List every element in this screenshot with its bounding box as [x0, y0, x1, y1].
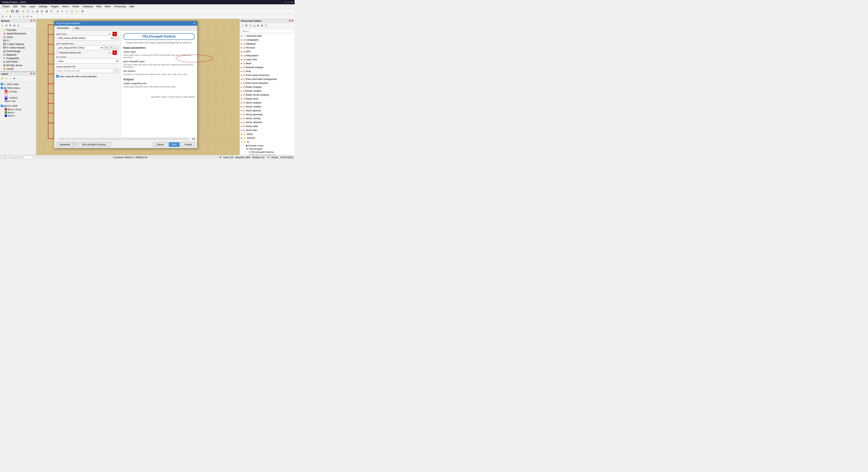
layers-remove-btn[interactable]: − [9, 77, 12, 80]
maximize-btn[interactable]: □ [288, 1, 290, 3]
tb-section-rastercreation[interactable]: ▶QRaster creation [240, 89, 294, 93]
tb-section-rasteranalysis[interactable]: ▶QRaster analysis [240, 85, 294, 89]
tb2-edit[interactable]: ✎ [1, 15, 4, 18]
tb2-split[interactable]: ✂ [30, 15, 33, 18]
browser-item-oracle[interactable]: 🔶Oracle [0, 67, 36, 71]
tb-section-grass[interactable]: ▶📁GRASS [240, 136, 294, 140]
layers-pin-icon[interactable]: 📌 [30, 72, 33, 75]
tb-identify[interactable]: ℹ [55, 9, 60, 13]
raster-layer-select[interactable]: RGB_Indices [EPSG:32616] [56, 36, 114, 40]
tb-collapse-all[interactable]: ⊟ [260, 24, 264, 27]
menu-database[interactable]: Database [81, 5, 94, 8]
tb2-move[interactable]: ↔ [12, 15, 16, 18]
browser-item-bookmarks[interactable]: 🔖Spatial Bookmarks [0, 32, 36, 35]
tb-zoom-full[interactable]: ⊞ [35, 9, 39, 13]
tb-pan[interactable]: ✋ [21, 9, 25, 13]
tb-section-vectortiles[interactable]: ▶QVector tiles [240, 128, 294, 132]
menu-processing[interactable]: Processing [113, 5, 127, 8]
layers-close-icon[interactable]: ✕ [33, 72, 35, 75]
tb-r-example-scripts[interactable]: ▶ Example scripts [240, 144, 294, 147]
locate-input[interactable] [2, 156, 33, 159]
browser-item-favorites[interactable]: ⭐Favorites [0, 28, 36, 32]
browser-item-geopackage[interactable]: 📦GeoPackage [0, 50, 36, 53]
tb-save-as[interactable]: 💾 [15, 9, 19, 13]
tb-section-r[interactable]: ▼📁R [240, 140, 294, 144]
tb-section-networkanalysis[interactable]: ▶QNetwork analysis [240, 65, 294, 69]
advanced-btn[interactable]: Advanced [56, 142, 73, 147]
dialog-close-btn[interactable]: ✕ [193, 22, 195, 25]
browser-item-mssql[interactable]: 🗄MS SQL Server [0, 64, 36, 67]
tb-section-recently-used[interactable]: ▶🕐Recently used [240, 34, 294, 38]
raster-layer-options-btn[interactable]: … [115, 36, 119, 40]
tb-attr-table[interactable]: 📋 [69, 9, 74, 13]
tb-measure[interactable]: 📏 [74, 9, 79, 13]
toolbox-pin-icon[interactable]: 📌 [288, 20, 291, 22]
tb-save[interactable]: 💾 [10, 9, 14, 13]
close-btn[interactable]: ✕ [291, 1, 293, 3]
menu-help[interactable]: Help [128, 5, 136, 8]
menu-project[interactable]: Project [1, 5, 11, 8]
tb-section-pointcloudext[interactable]: ▶QPoint cloud extraction [240, 81, 294, 85]
tb-toolbox-options[interactable]: 🔧 [264, 24, 268, 27]
advanced-dropdown-arrow[interactable]: ▼ [73, 142, 77, 147]
tb-zoom-layer[interactable]: ⊡ [40, 9, 44, 13]
tb-section-mesh[interactable]: ▶QMesh [240, 61, 294, 65]
tb-settings[interactable]: ⚙ [245, 24, 248, 27]
tb-zoom-in[interactable]: 🔍 [26, 9, 30, 13]
output-input[interactable] [56, 68, 114, 73]
browser-item-postgresql[interactable]: 🐘PostgreSQL [0, 57, 36, 60]
tb-processing[interactable]: ⚙ [80, 9, 85, 13]
tb-section-vectoranalysis[interactable]: ▶QVector analysis [240, 101, 294, 105]
tb-fieldimager-fieldheight[interactable]: Q FIELDimageR fieldHeight [240, 154, 294, 155]
minimize-btn[interactable]: — [285, 1, 287, 3]
tb-zoom-sel[interactable]: ⊠ [44, 9, 49, 13]
batch-process-btn[interactable]: Run as Batch Process... [79, 142, 111, 147]
grid-layer-refresh-btn[interactable]: ↻ [104, 46, 108, 50]
render-checkbox[interactable]: ☑ [268, 156, 270, 158]
tb-section-vectorgeometry[interactable]: ▶QVector geometry [240, 113, 294, 116]
browser-filter-btn[interactable]: ▼ [9, 24, 12, 27]
browser-item-wms[interactable]: 🌐WMS/WMTS [0, 71, 36, 71]
tb-section-vectoroverlay[interactable]: ▶QVector overlay [240, 116, 294, 120]
tb-section-rastertools[interactable]: ▶QRaster tools [240, 97, 294, 101]
browser-item-c[interactable]: 💾C:\ [0, 39, 36, 42]
tb-section-pointcloudmgmt[interactable]: ▶QPoint cloud data management [240, 77, 294, 81]
browser-refresh-btn[interactable]: ↻ [5, 24, 8, 27]
browser-add-btn[interactable]: + [1, 24, 4, 27]
menu-raster[interactable]: Raster [71, 5, 81, 8]
tb-deselect[interactable]: ↗ [65, 9, 69, 13]
browser-pin-icon[interactable]: 📌 [30, 20, 33, 22]
grid-layer-select[interactable]: grids_shape [EPSG:32616] [56, 46, 103, 50]
layers-add-btn[interactable]: + [5, 77, 8, 80]
browser-info-btn[interactable]: ℹ [17, 24, 20, 27]
browser-close-icon[interactable]: ✕ [33, 20, 35, 22]
tb-refresh[interactable]: ↻ [49, 9, 54, 13]
menu-edit[interactable]: Edit [11, 5, 19, 8]
tb-results[interactable]: 📊 [252, 24, 256, 27]
tb-section-vectortable[interactable]: ▶QVector table [240, 124, 294, 128]
browser-collapse-btn[interactable]: ⊟ [12, 24, 16, 27]
layer-ex1-rgb[interactable]: ▦ EX1_RGB [1, 104, 35, 108]
tb-section-vectorgeneral[interactable]: ▶QVector general [240, 109, 294, 113]
layers-filter-btn[interactable]: ▼ [12, 77, 16, 80]
toolbox-close-icon[interactable]: ✕ [291, 20, 293, 22]
tb-section-gdal[interactable]: ▶📁GDAL [240, 132, 294, 136]
browser-item-spatialite[interactable]: 🗃SpatiaLite [0, 53, 36, 57]
browser-item-p[interactable]: 💾P:\ (New Volume) [0, 46, 36, 50]
browser-item-saphana[interactable]: ⚙SAP HANA [0, 60, 36, 64]
map-area[interactable]: FIELDimageR FieldInfo ✕ Parameters Log r… [36, 19, 240, 155]
menu-layer[interactable]: Layer [28, 5, 37, 8]
run-btn[interactable]: Run [169, 142, 180, 147]
menu-vector[interactable]: Vector [61, 5, 70, 8]
tb-history[interactable]: 📋 [248, 24, 252, 27]
menu-view[interactable]: View [19, 5, 28, 8]
menu-web[interactable]: Web [95, 5, 103, 8]
open-output-checkbox[interactable] [56, 75, 59, 78]
tb-new[interactable]: 📄 [1, 9, 5, 13]
selected-features-checkbox[interactable] [56, 51, 59, 54]
tb-section-rasterterrain[interactable]: ▶QRaster terrain analysis [240, 93, 294, 97]
layer-grids-shape[interactable]: ◻ grids_shape [1, 82, 35, 86]
menu-settings[interactable]: Settings [37, 5, 49, 8]
tb-select[interactable]: ↖ [60, 9, 64, 13]
tb-section-interpolation[interactable]: ▶QInterpolation [240, 54, 294, 58]
